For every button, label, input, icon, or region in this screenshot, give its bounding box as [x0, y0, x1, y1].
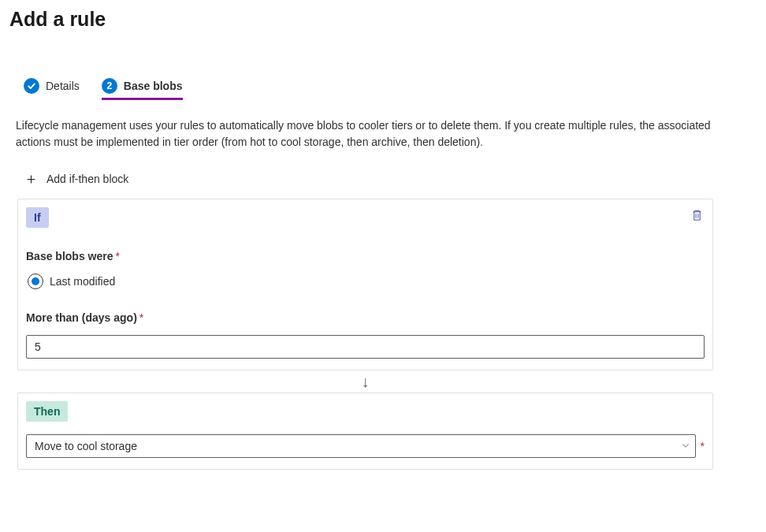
wizard-tabs: Details 2 Base blobs — [9, 78, 757, 100]
then-chip: Then — [26, 401, 68, 422]
tab-base-blobs[interactable]: 2 Base blobs — [102, 78, 183, 100]
add-if-then-button[interactable]: ＋ Add if-then block — [9, 171, 757, 186]
required-asterisk: * — [701, 440, 705, 452]
step-number-badge: 2 — [102, 78, 117, 94]
radio-icon — [28, 273, 43, 289]
action-select-value: Move to cool storage — [35, 440, 137, 452]
add-block-label: Add if-then block — [46, 173, 128, 185]
tab-details[interactable]: Details — [24, 78, 80, 100]
days-input[interactable] — [26, 335, 705, 359]
then-card: Then Move to cool storage * — [17, 392, 713, 470]
more-than-days-label: More than (days ago)* — [26, 311, 705, 324]
plus-icon: ＋ — [24, 171, 39, 186]
trash-icon — [691, 209, 703, 221]
description-text: Lifecycle management uses your rules to … — [9, 117, 734, 151]
tab-base-blobs-label: Base blobs — [124, 80, 183, 92]
tab-details-label: Details — [46, 80, 80, 92]
delete-button[interactable] — [690, 207, 705, 225]
page-title: Add a rule — [9, 8, 757, 31]
arrow-down-icon: ↓ — [9, 374, 757, 389]
if-card: If Base blobs were* Last modified More t… — [17, 199, 713, 370]
check-icon — [24, 78, 39, 94]
radio-last-modified[interactable]: Last modified — [26, 273, 705, 289]
action-select[interactable]: Move to cool storage — [26, 434, 696, 458]
radio-last-modified-label: Last modified — [50, 275, 115, 288]
chevron-down-icon — [681, 440, 690, 452]
if-chip: If — [26, 207, 49, 228]
base-blobs-were-label: Base blobs were* — [26, 250, 705, 262]
